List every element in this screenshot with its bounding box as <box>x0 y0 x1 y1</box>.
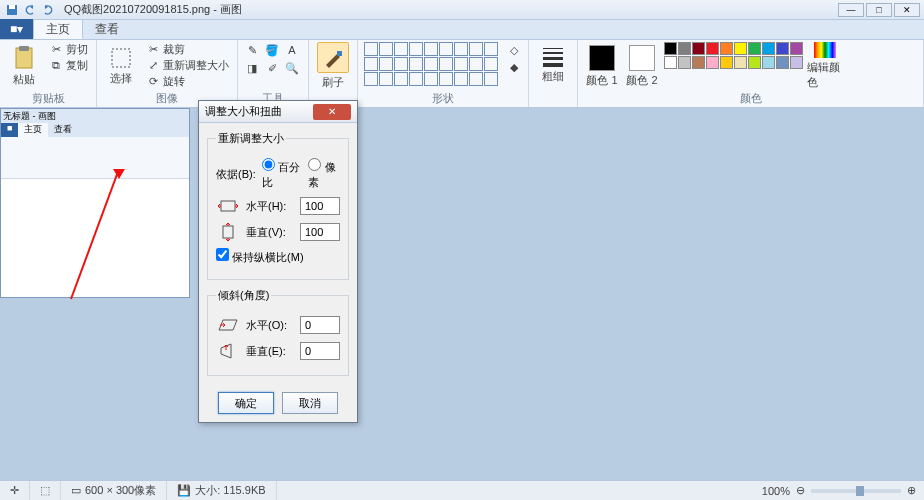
shapes-group: ◇ ◆ 形状 <box>358 40 529 107</box>
embedded-image: 无标题 - 画图 ■主页查看 <box>0 108 190 298</box>
resize-h-input[interactable] <box>300 197 340 215</box>
color2-button[interactable]: 颜色 2 <box>624 42 660 90</box>
paste-button[interactable]: 粘贴 <box>6 42 42 90</box>
redo-icon[interactable] <box>40 2 56 18</box>
status-bar: ✛ ⬚ ▭600 × 300像素 💾大小: 115.9KB 100% ⊖ ⊕ <box>0 480 924 500</box>
shape-fill-icon[interactable]: ◆ <box>506 59 522 75</box>
color-swatch[interactable] <box>776 56 789 69</box>
zoom-value: 100% <box>762 485 790 497</box>
color-swatch[interactable] <box>748 56 761 69</box>
fill-icon[interactable]: 🪣 <box>264 42 280 58</box>
cut-button[interactable]: ✂剪切 <box>46 42 90 57</box>
dialog-title-text: 调整大小和扭曲 <box>205 104 282 119</box>
cursor-icon: ✛ <box>10 484 19 497</box>
svg-rect-1 <box>9 5 15 9</box>
resize-icon: ⤢ <box>145 58 161 74</box>
color-swatch[interactable] <box>692 56 705 69</box>
zoom-controls: 100% ⊖ ⊕ <box>754 484 924 497</box>
eraser-icon[interactable]: ◨ <box>244 60 260 76</box>
svg-rect-3 <box>19 46 29 51</box>
resize-legend: 重新调整大小 <box>216 131 286 146</box>
skew-v-input[interactable] <box>300 342 340 360</box>
color-swatch[interactable] <box>790 42 803 55</box>
color1-button[interactable]: 颜色 1 <box>584 42 620 90</box>
resize-button[interactable]: ⤢重新调整大小 <box>143 58 231 73</box>
home-tab[interactable]: 主页 <box>33 19 83 39</box>
shape-outline-icon[interactable]: ◇ <box>506 42 522 58</box>
dialog-titlebar[interactable]: 调整大小和扭曲 ✕ <box>199 101 357 123</box>
embedded-title: 无标题 - 画图 <box>1 109 189 123</box>
color-swatch[interactable] <box>678 42 691 55</box>
color-swatch[interactable] <box>678 56 691 69</box>
color-swatch[interactable] <box>776 42 789 55</box>
edit-colors-button[interactable]: 编辑颜色 <box>807 42 843 90</box>
zoom-out-button[interactable]: ⊖ <box>796 484 805 497</box>
crop-icon: ✂ <box>145 42 161 58</box>
ok-button[interactable]: 确定 <box>218 392 274 414</box>
paste-icon <box>13 46 35 70</box>
image-group: 选择 ✂裁剪 ⤢重新调整大小 ⟳旋转 图像 <box>97 40 238 107</box>
color1-swatch <box>589 45 615 71</box>
svg-line-6 <box>71 169 119 299</box>
select-icon <box>110 47 132 69</box>
canvas-area[interactable]: 无标题 - 画图 ■主页查看 <box>0 108 924 480</box>
color-swatch[interactable] <box>734 42 747 55</box>
color2-swatch <box>629 45 655 71</box>
color-swatch[interactable] <box>748 42 761 55</box>
size-button[interactable]: 粗细 <box>535 42 571 90</box>
maximize-button[interactable]: □ <box>866 3 892 17</box>
ribbon: 粘贴 ✂剪切 ⧉复制 剪贴板 选择 ✂裁剪 ⤢重新调整大小 ⟳旋转 图像 <box>0 40 924 108</box>
cancel-button[interactable]: 取消 <box>282 392 338 414</box>
tools-group: ✎ 🪣 A ◨ ✐ 🔍 工具 <box>238 40 309 107</box>
color-swatch[interactable] <box>720 42 733 55</box>
color-palette[interactable] <box>664 42 803 69</box>
text-icon[interactable]: A <box>284 42 300 58</box>
select-button[interactable]: 选择 <box>103 42 139 90</box>
shapes-group-label: 形状 <box>364 90 522 107</box>
color-swatch[interactable] <box>762 56 775 69</box>
close-button[interactable]: ✕ <box>894 3 920 17</box>
file-tab[interactable]: ■▾ <box>0 19 33 39</box>
zoom-in-button[interactable]: ⊕ <box>907 484 916 497</box>
undo-icon[interactable] <box>22 2 38 18</box>
selection-cell: ⬚ <box>30 481 61 500</box>
resize-dialog: 调整大小和扭曲 ✕ 重新调整大小 依据(B): 百分比 像素 水平(H): 垂直… <box>198 100 358 423</box>
color-swatch[interactable] <box>762 42 775 55</box>
color-swatch[interactable] <box>692 42 705 55</box>
aspect-checkbox[interactable]: 保持纵横比(M) <box>216 248 304 265</box>
skew-v-label: 垂直(E): <box>246 344 294 359</box>
pencil-icon[interactable]: ✎ <box>244 42 260 58</box>
colors-group-label: 颜色 <box>584 90 917 107</box>
copy-icon: ⧉ <box>48 58 64 74</box>
skew-h-label: 水平(O): <box>246 318 294 333</box>
rotate-button[interactable]: ⟳旋转 <box>143 74 231 89</box>
color-swatch[interactable] <box>706 42 719 55</box>
dims-icon: ▭ <box>71 484 81 497</box>
skew-h-input[interactable] <box>300 316 340 334</box>
zoom-slider[interactable] <box>811 489 901 493</box>
percent-radio[interactable]: 百分比 <box>262 158 303 190</box>
color-swatch[interactable] <box>790 56 803 69</box>
view-tab[interactable]: 查看 <box>83 19 131 39</box>
save-icon[interactable] <box>4 2 20 18</box>
window-controls: — □ ✕ <box>838 3 920 17</box>
crop-button[interactable]: ✂裁剪 <box>143 42 231 57</box>
color-swatch[interactable] <box>664 42 677 55</box>
shapes-gallery[interactable] <box>364 42 498 86</box>
color-swatch[interactable] <box>664 56 677 69</box>
brush-button[interactable]: 刷子 <box>315 42 351 90</box>
picker-icon[interactable]: ✐ <box>264 60 280 76</box>
color-swatch[interactable] <box>720 56 733 69</box>
pixels-radio[interactable]: 像素 <box>308 158 340 190</box>
magnifier-icon[interactable]: 🔍 <box>284 60 300 76</box>
dialog-close-button[interactable]: ✕ <box>313 104 351 120</box>
color-swatch[interactable] <box>706 56 719 69</box>
resize-v-input[interactable] <box>300 223 340 241</box>
cursor-pos-cell: ✛ <box>0 481 30 500</box>
skew-legend: 倾斜(角度) <box>216 288 271 303</box>
ribbon-tabs: ■▾ 主页 查看 <box>0 20 924 40</box>
copy-button[interactable]: ⧉复制 <box>46 58 90 73</box>
minimize-button[interactable]: — <box>838 3 864 17</box>
color-swatch[interactable] <box>734 56 747 69</box>
skew-v-icon <box>216 341 240 361</box>
